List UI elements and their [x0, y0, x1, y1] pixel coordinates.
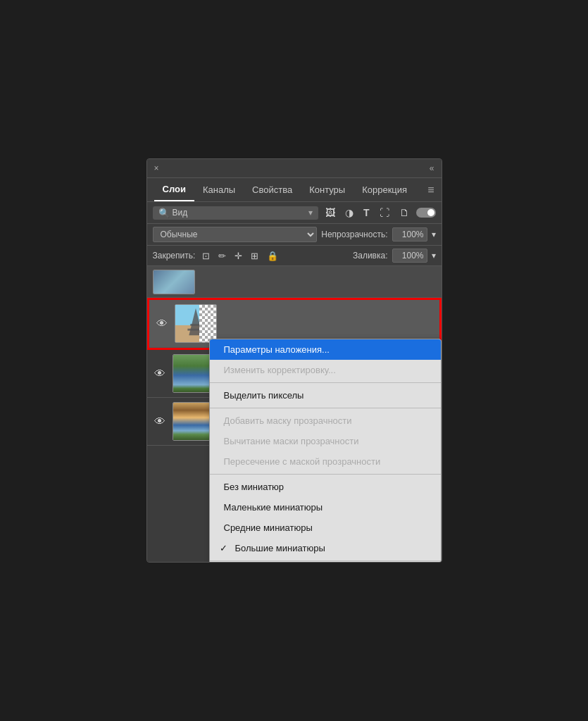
ctx-separator-3	[210, 474, 441, 475]
ctx-subtract-transparency-mask: Вычитание маски прозрачности	[210, 431, 441, 451]
tab-correction[interactable]: Коррекция	[354, 179, 415, 201]
panel-menu-icon[interactable]: ≡	[427, 184, 434, 196]
top-layer-thumb	[153, 270, 195, 294]
ctx-edit-correction: Изменить корректировку...	[210, 360, 441, 380]
lock-row: Закрепить: ⊡ ✏ ✛ ⊞ 🔒 Заливка: 100% ▾	[147, 246, 442, 266]
context-menu: Параметры наложения... Изменить корректи…	[209, 339, 442, 563]
layer-thumb-river	[173, 354, 215, 393]
text-filter-icon[interactable]: T	[361, 206, 373, 220]
lock-all-icon[interactable]: ✛	[232, 249, 245, 263]
search-input[interactable]	[173, 208, 306, 218]
eye-icon-layer3[interactable]: 👁	[153, 415, 167, 428]
panel-header: × «	[147, 159, 442, 178]
ctx-blend-options[interactable]: Параметры наложения...	[210, 339, 441, 360]
ctx-separator-4	[210, 560, 441, 561]
opacity-value[interactable]: 100%	[392, 227, 427, 242]
eye-icon-layer2[interactable]: 👁	[153, 368, 167, 380]
layer-thumb-autumn	[173, 402, 215, 441]
lock-icon[interactable]: 🔒	[264, 249, 281, 263]
lock-pixels-icon[interactable]: ⊡	[199, 249, 213, 263]
opacity-label: Непрозрачность:	[321, 230, 387, 239]
layers-area: 👁	[147, 266, 442, 562]
selected-layer-container: 👁	[147, 298, 442, 350]
filter-toggle[interactable]	[416, 208, 436, 218]
ctx-add-transparency-mask: Добавить маску прозрачности	[210, 410, 441, 431]
ctx-small-thumbnails[interactable]: Маленькие миниатюры	[210, 497, 441, 518]
blend-row: Обычные Непрозрачность: 100% ▾	[147, 224, 442, 246]
layer-thumb-eiffel	[175, 304, 217, 343]
eye-icon-layer1[interactable]: 👁	[155, 318, 169, 330]
collapse-icon[interactable]: «	[430, 163, 434, 173]
layers-panel: × « Слои Каналы Свойства Контуры Коррекц…	[146, 158, 442, 563]
tab-channels[interactable]: Каналы	[194, 179, 244, 201]
ctx-large-thumbnails[interactable]: ✓ Большие миниатюры	[210, 538, 441, 558]
top-layer-strip	[147, 266, 442, 298]
ctx-intersect-transparency-mask: Пересечение с маской прозрачности	[210, 451, 441, 472]
ctx-separator-1	[210, 382, 441, 383]
lock-icons: ⊡ ✏ ✛ ⊞ 🔒	[199, 249, 281, 263]
adjustment-filter-icon[interactable]: ◑	[342, 206, 356, 220]
ctx-medium-thumbnails[interactable]: Средние миниатюры	[210, 518, 441, 538]
lock-position-icon[interactable]: ✏	[215, 249, 229, 263]
smart-filter-icon[interactable]: 🗋	[396, 206, 412, 220]
lock-label: Закрепить:	[153, 251, 196, 261]
ctx-separator-2	[210, 408, 441, 408]
search-icon: 🔍	[158, 208, 170, 218]
opacity-dropdown-icon[interactable]: ▾	[432, 230, 436, 239]
tab-paths[interactable]: Контуры	[301, 179, 354, 201]
ctx-select-pixels[interactable]: Выделить пикселы	[210, 385, 441, 406]
search-box[interactable]: 🔍 ▾	[153, 206, 318, 220]
large-thumbnails-label: Большие миниатюры	[235, 543, 325, 553]
filter-toolbar: 🔍 ▾ 🖼 ◑ T ⛶ 🗋	[147, 202, 442, 224]
tab-layers[interactable]: Слои	[154, 178, 194, 201]
image-filter-icon[interactable]: 🖼	[323, 206, 338, 220]
shape-filter-icon[interactable]: ⛶	[377, 206, 392, 220]
ctx-no-thumbnails[interactable]: Без миниатюр	[210, 477, 441, 497]
large-thumbnails-check: ✓	[220, 543, 231, 553]
lock-artboard-icon[interactable]: ⊞	[248, 249, 261, 263]
fill-label: Заливка:	[353, 251, 388, 261]
dropdown-icon[interactable]: ▾	[308, 208, 313, 218]
tabs-row: Слои Каналы Свойства Контуры Коррекция ≡	[147, 178, 442, 202]
close-icon[interactable]: ×	[154, 163, 159, 173]
tab-properties[interactable]: Свойства	[244, 179, 301, 201]
fill-value[interactable]: 100%	[392, 249, 427, 263]
fill-dropdown-icon[interactable]: ▾	[432, 251, 436, 261]
blend-mode-select[interactable]: Обычные	[153, 227, 318, 242]
